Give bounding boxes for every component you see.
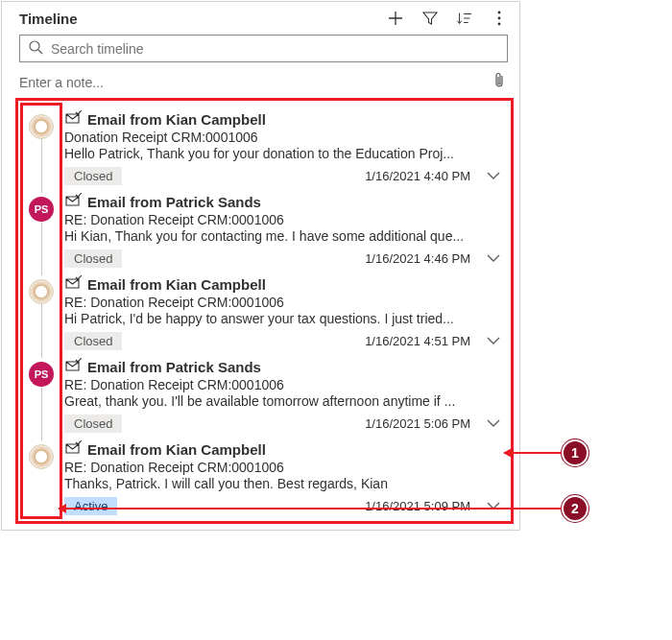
item-timestamp: 1/16/2021 4:40 PM	[365, 169, 470, 183]
email-icon	[64, 193, 82, 211]
item-content: Email from Kian CampbellRE: Donation Rec…	[64, 275, 505, 350]
item-subject: RE: Donation Receipt CRM:0001006	[64, 212, 501, 227]
item-preview: Hello Patrick, Thank you for your donati…	[64, 146, 496, 161]
svg-point-3	[30, 41, 39, 51]
note-row[interactable]: Enter a note...	[2, 70, 519, 98]
more-icon[interactable]	[491, 10, 508, 27]
avatar-column	[18, 275, 64, 350]
item-footer: Closed1/16/2021 5:06 PM	[64, 415, 501, 433]
item-title: Email from Patrick Sands	[87, 194, 261, 210]
status-badge: Closed	[64, 167, 122, 185]
item-subject: RE: Donation Receipt CRM:0001006	[64, 295, 501, 310]
annotation-marker-2: 2	[562, 495, 588, 522]
svg-point-1	[498, 17, 501, 20]
timeline-item[interactable]: PSEmail from Patrick SandsRE: Donation R…	[18, 187, 511, 270]
search-box[interactable]	[19, 35, 508, 62]
item-title: Email from Kian Campbell	[87, 441, 266, 458]
item-title-row: Email from Kian Campbell	[64, 110, 501, 129]
status-badge: Closed	[64, 332, 122, 350]
email-icon	[64, 275, 82, 294]
avatar-column: PS	[18, 193, 64, 268]
timeline-connector	[41, 222, 42, 275]
item-preview: Hi Kian, Thank you for contacting me. I …	[64, 228, 496, 244]
avatar	[29, 114, 54, 139]
item-preview: Hi Patrick, I'd be happy to answer your …	[64, 311, 496, 326]
item-title: Email from Kian Campbell	[87, 111, 266, 128]
item-content: Email from Kian CampbellDonation Receipt…	[64, 110, 505, 185]
item-timestamp: 1/16/2021 5:06 PM	[365, 416, 470, 431]
status-badge: Closed	[64, 249, 122, 268]
chevron-down-icon[interactable]	[486, 334, 501, 349]
item-title: Email from Kian Campbell	[87, 276, 266, 293]
filter-icon[interactable]	[421, 10, 439, 27]
annotation-arrow-2: 2	[59, 495, 588, 522]
item-content: Email from Patrick SandsRE: Donation Rec…	[64, 358, 505, 433]
item-title-row: Email from Patrick Sands	[64, 193, 501, 211]
avatar-column: PS	[18, 358, 64, 433]
item-subject: Donation Receipt CRM:0001006	[64, 130, 501, 145]
avatar	[29, 444, 54, 469]
note-placeholder: Enter a note...	[19, 75, 492, 90]
item-title-row: Email from Patrick Sands	[64, 358, 501, 376]
svg-point-2	[498, 23, 501, 26]
search-container	[2, 31, 519, 70]
item-title: Email from Patrick Sands	[87, 359, 261, 375]
annotation-marker-1: 1	[562, 439, 588, 466]
svg-point-0	[498, 12, 501, 14]
item-footer: Closed1/16/2021 4:51 PM	[64, 332, 501, 350]
add-icon[interactable]	[387, 10, 404, 27]
email-icon	[64, 358, 82, 376]
timeline-connector	[41, 139, 42, 193]
header-actions	[387, 10, 508, 27]
avatar: PS	[29, 362, 54, 387]
item-timestamp: 1/16/2021 4:46 PM	[365, 251, 470, 266]
chevron-down-icon[interactable]	[486, 251, 501, 267]
sort-icon[interactable]	[456, 10, 473, 27]
item-preview: Thanks, Patrick. I will call you then. B…	[64, 476, 496, 491]
item-footer: Closed1/16/2021 4:40 PM	[64, 167, 501, 185]
timeline-item[interactable]: Email from Kian CampbellRE: Donation Rec…	[18, 270, 511, 352]
search-icon	[28, 39, 43, 58]
search-input[interactable]	[51, 41, 499, 57]
item-title-row: Email from Kian Campbell	[64, 440, 501, 459]
item-content: Email from Patrick SandsRE: Donation Rec…	[64, 193, 505, 268]
item-subject: RE: Donation Receipt CRM:0001006	[64, 377, 501, 392]
timeline-panel: Timeline Enter a note...	[1, 1, 520, 531]
email-icon	[64, 110, 82, 129]
timeline-connector	[41, 304, 42, 358]
avatar	[29, 279, 54, 304]
timeline-item[interactable]: Email from Kian CampbellDonation Receipt…	[18, 105, 511, 187]
timeline-title: Timeline	[19, 11, 387, 27]
item-preview: Great, thank you. I'll be available tomo…	[64, 393, 496, 409]
annotation-main-box: Email from Kian CampbellDonation Receipt…	[15, 98, 514, 524]
avatar: PS	[29, 197, 54, 222]
timeline-item[interactable]: PSEmail from Patrick SandsRE: Donation R…	[18, 352, 511, 435]
chevron-down-icon[interactable]	[486, 169, 501, 184]
annotation-arrow-1: 1	[504, 439, 588, 466]
timeline-header: Timeline	[2, 2, 519, 31]
item-footer: Closed1/16/2021 4:46 PM	[64, 249, 501, 268]
item-subject: RE: Donation Receipt CRM:0001006	[64, 460, 501, 475]
attachment-icon[interactable]	[492, 72, 506, 92]
status-badge: Closed	[64, 415, 122, 433]
chevron-down-icon[interactable]	[486, 416, 501, 432]
timeline-connector	[41, 387, 42, 440]
email-icon	[64, 440, 82, 459]
avatar-column	[18, 110, 64, 185]
item-timestamp: 1/16/2021 4:51 PM	[365, 334, 470, 348]
item-title-row: Email from Kian Campbell	[64, 275, 501, 294]
